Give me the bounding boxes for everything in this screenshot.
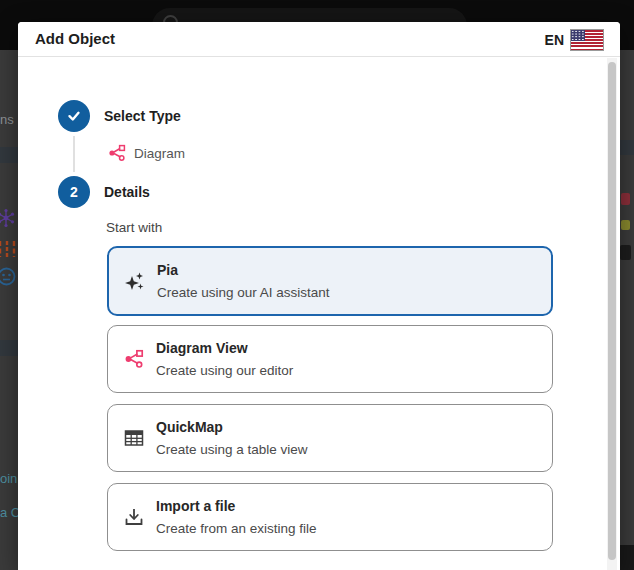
step-2-circle[interactable]: 2 — [58, 176, 90, 208]
screen: ns — [0, 0, 634, 570]
background-section-band — [0, 340, 18, 356]
table-icon — [121, 405, 147, 471]
face-icon — [0, 266, 17, 287]
start-with-label: Start with — [106, 220, 162, 235]
step-2-number: 2 — [70, 184, 78, 200]
background-icon-fragment — [620, 245, 631, 260]
language-selector[interactable]: EN — [545, 27, 604, 53]
step-2-label[interactable]: Details — [104, 184, 150, 200]
add-object-dialog: Add Object EN Select Type — [18, 22, 620, 570]
scrollbar-thumb[interactable] — [608, 62, 616, 560]
diagram-icon — [108, 144, 126, 162]
option-subtitle: Create using our editor — [156, 363, 293, 379]
us-flag-icon — [570, 29, 604, 51]
option-subtitle: Create using a table view — [156, 442, 308, 458]
dialog-header: Add Object EN — [18, 22, 620, 57]
selected-type-label: Diagram — [134, 146, 185, 161]
step-1-circle[interactable] — [58, 100, 90, 132]
option-title: Import a file — [156, 497, 317, 515]
background-text-fragment: ns — [0, 112, 14, 127]
step-1-label[interactable]: Select Type — [104, 108, 181, 124]
option-title: Pia — [157, 261, 330, 279]
option-title: QuickMap — [156, 418, 308, 436]
data-streams-icon — [0, 238, 18, 260]
language-code: EN — [545, 32, 564, 48]
diagram-icon — [121, 326, 147, 392]
molecule-icon — [0, 207, 17, 229]
step-connector — [73, 136, 75, 172]
option-card-quickmap[interactable]: QuickMap Create using a table view — [107, 404, 553, 472]
option-card-pia[interactable]: Pia Create using our AI assistant — [107, 246, 553, 316]
background-section-band — [618, 140, 634, 155]
dialog-title: Add Object — [35, 30, 115, 47]
background-icon-fragment — [620, 545, 634, 570]
background-icon-fragment — [621, 193, 630, 205]
option-subtitle: Create using our AI assistant — [157, 285, 330, 301]
selected-type-row: Diagram — [108, 144, 185, 162]
option-card-import-file[interactable]: Import a file Create from an existing fi… — [107, 483, 553, 551]
background-section-band — [0, 147, 18, 163]
option-subtitle: Create from an existing file — [156, 521, 317, 537]
background-text-fragment: oin — [0, 471, 17, 486]
check-icon — [66, 108, 82, 124]
sparkles-icon — [122, 248, 148, 314]
import-icon — [121, 484, 147, 550]
option-card-diagram-view[interactable]: Diagram View Create using our editor — [107, 325, 553, 393]
option-title: Diagram View — [156, 339, 293, 357]
background-icon-fragment — [621, 220, 630, 230]
